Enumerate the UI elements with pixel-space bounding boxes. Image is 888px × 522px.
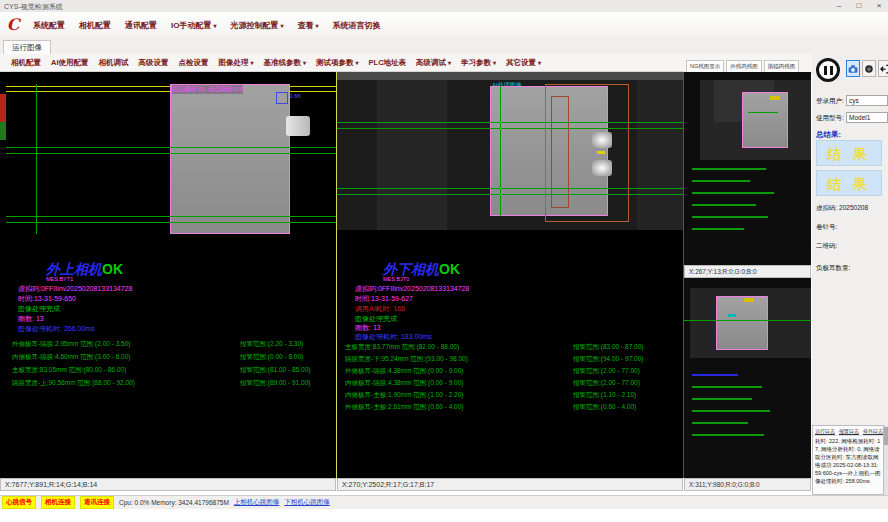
yellow-mark: [770, 96, 780, 100]
lower-camera-heartbeat-link[interactable]: 下相机心跳图像: [284, 498, 330, 507]
tool-advanced-settings[interactable]: 高级设置: [134, 58, 174, 68]
center-process-elapsed: 图像处理耗时: 183.00ms: [355, 332, 432, 342]
center-virtual-code: 虚拟码:0FFIIinv20250208133134728: [355, 284, 469, 294]
comm-connection-badge: 通讯连接: [80, 496, 114, 509]
menu-language-switch[interactable]: 系统语言切换: [326, 20, 388, 31]
measurement-row: 内侧极耳-隔膜:4.60mm 范围:(3.00 - 6.00)报警范围:(0.0…: [12, 353, 334, 360]
model-label: 使用型号:: [816, 114, 844, 123]
login-user-field[interactable]: cys: [846, 95, 888, 106]
log-text: 耗时: 222, 网络检测耗时: 17, 网络分析耗时: 0, 网络读取分区耗时…: [813, 436, 883, 488]
upper-camera-heartbeat-link[interactable]: 上相机心跳图像: [234, 498, 280, 507]
needle-number-label: 卷针号:: [816, 223, 837, 232]
neg-tab-count-label: 负极耳数量:: [816, 264, 850, 273]
thumb-top-view[interactable]: [684, 72, 811, 265]
log-scrollbar[interactable]: [884, 425, 888, 495]
menu-view[interactable]: 查看▾: [290, 20, 325, 31]
blue-marker-box: [276, 92, 288, 104]
measurement-row: 内侧极耳-主极:1.90mm 范围:(1.00 - 2.20)报警范围:(1.1…: [345, 391, 679, 398]
tab-ng-images[interactable]: NG残图显示: [686, 60, 724, 72]
tool-camera-config[interactable]: 相机配置: [6, 58, 46, 68]
menu-light-control[interactable]: 光源控制配置▾: [223, 20, 290, 31]
app-logo-icon: C: [4, 16, 22, 34]
chevron-down-icon: ▾: [303, 60, 306, 66]
tool-plc-address[interactable]: PLC地址表: [364, 58, 412, 68]
green-measure-line: [748, 112, 778, 113]
menu-bar: C 系统配置 相机配置 通讯配置 IO手动配置▾ 光源控制配置▾ 查看▾ 系统语…: [0, 12, 888, 39]
center-ai-elapsed: 调用AI耗时: 166: [355, 304, 405, 314]
toolbar: 相机配置 AI使用配置 相机调试 高级设置 点检设置 图像处理▾ 基准线参数▾ …: [0, 54, 684, 72]
cell-region-box: [716, 296, 768, 350]
tab-outer-inner-defect[interactable]: 外残内残图: [726, 60, 762, 72]
center-camera-view[interactable]: AI处理图像 外下相机OK MES:BJT0 虚拟码:0FFIIinv20250…: [337, 72, 684, 478]
tool-advanced-debug[interactable]: 高级调试▾: [411, 58, 456, 68]
tool-learning-params[interactable]: 学习参数▾: [456, 58, 501, 68]
tool-spot-check[interactable]: 点检设置: [174, 58, 214, 68]
menu-comm-config[interactable]: 通讯配置: [118, 20, 164, 31]
cell-region-box: [170, 84, 290, 234]
center-view-status: X:270;Y:2502;R:17;G:17;B:17: [337, 478, 683, 491]
green-measure-line: [337, 128, 683, 129]
virtual-code-label: 虚拟码: 20250208: [816, 204, 868, 213]
log-tab-strip: 运行日志 报警日志 操作日志: [813, 426, 883, 436]
chevron-down-icon: ▾: [280, 23, 283, 29]
maximize-button[interactable]: □: [852, 0, 866, 11]
close-button[interactable]: ×: [872, 0, 886, 11]
tool-ai-config[interactable]: AI使用配置: [46, 58, 94, 68]
tool-other-settings[interactable]: 其它设置▾: [501, 58, 546, 68]
measurement-row: 外侧极耳-隔膜:2.95mm 范围:(2.00 - 3.50)报警范围:(2.2…: [12, 340, 334, 347]
menu-system-config[interactable]: 系统配置: [26, 20, 72, 31]
chevron-down-icon: ▾: [315, 23, 318, 29]
left-camera-view[interactable]: 固定阈值:93, 动态阈值:100 3.66 外上相机OK MES:BYT1 虚…: [0, 72, 337, 478]
chevron-down-icon: ▾: [493, 60, 496, 66]
tab-run-log[interactable]: 运行日志: [815, 428, 835, 434]
tool-image-process[interactable]: 图像处理▾: [214, 58, 259, 68]
left-measurement-list: 外侧极耳-隔膜:2.95mm 范围:(2.00 - 3.50)报警范围:(2.2…: [12, 340, 334, 392]
tool-baseline-params[interactable]: 基准线参数▾: [259, 58, 312, 68]
pause-button[interactable]: [816, 58, 840, 82]
center-mes-text: MES:BJT0: [383, 276, 409, 282]
chevron-down-icon: ▾: [538, 60, 541, 66]
lens-camera-button[interactable]: [862, 60, 876, 77]
chevron-down-icon: ▾: [251, 60, 254, 66]
cyan-mark: [728, 314, 736, 317]
green-measure-line: [6, 153, 336, 154]
tool-test-params[interactable]: 测试项参数▾: [311, 58, 364, 68]
result-box-bottom: 结 果: [816, 170, 882, 196]
measurement-row: 主极宽度:83.77mm 范围:(82.00 - 88.00)报警范围:(83.…: [345, 343, 679, 350]
left-virtual-code: 虚拟码:0FFIIinv20250208133134728: [18, 284, 132, 294]
exit-button[interactable]: [878, 60, 888, 77]
center-measurement-list: 主极宽度:83.77mm 范围:(82.00 - 88.00)报警范围:(83.…: [345, 343, 679, 415]
result-ok-text: OK: [102, 261, 123, 277]
tab-alarm-log[interactable]: 报警日志: [839, 428, 859, 434]
tab-run-image[interactable]: 运行图像: [3, 40, 51, 55]
log-panel: 运行日志 报警日志 操作日志 耗时: 222, 网络检测耗时: 17, 网络分析…: [812, 425, 884, 495]
left-time: 时间:13-31-59-650: [18, 294, 76, 304]
measurement-row: 外侧极耳-隔膜:4.38mm 范围:(0.00 - 9.00)报警范围:(2.0…: [345, 367, 679, 374]
snapshot-camera-button[interactable]: [846, 60, 860, 77]
threshold-overlay-text: 固定阈值:93, 动态阈值:100: [172, 85, 243, 94]
scrollbar-thumb[interactable]: [884, 427, 888, 445]
left-mes-text: MES:BYT1: [46, 276, 73, 282]
green-measure-line: [6, 216, 336, 217]
green-measure-line: [337, 122, 683, 123]
tool-camera-debug[interactable]: 相机调试: [94, 58, 134, 68]
result-box-top: 结 果: [816, 140, 882, 166]
model-field[interactable]: Model1: [846, 112, 888, 123]
menu-camera-config[interactable]: 相机配置: [72, 20, 118, 31]
cpu-memory-text: Cpu: 0.0% Memory: 3424.41796875M: [119, 499, 229, 506]
green-measure-line: [684, 320, 811, 321]
camera-icon: [848, 64, 858, 74]
tab-reject-roller-defect[interactable]: 抛辊内残图: [764, 60, 800, 72]
result-ok-text: OK: [439, 261, 460, 277]
minimize-button[interactable]: –: [832, 0, 846, 11]
machine-top-band: [337, 72, 683, 80]
left-turn-count: 圈数: 13: [18, 314, 44, 324]
thumb-bottom-view[interactable]: [684, 278, 811, 478]
thumb-bottom-status: X:311;Y:980;R:0;G:0;B:0: [684, 478, 811, 491]
app-window: CYS-视觉检测系统 – □ × C 系统配置 相机配置 通讯配置 IO手动配置…: [0, 0, 888, 522]
menu-io-manual[interactable]: IO手动配置▾: [164, 20, 223, 31]
tab-operation-log[interactable]: 操作日志: [863, 428, 883, 434]
green-measure-line: [6, 222, 336, 223]
window-title: CYS-视觉检测系统: [4, 2, 63, 12]
left-process-elapsed: 图像处理耗时: 266.00ms: [18, 324, 95, 334]
